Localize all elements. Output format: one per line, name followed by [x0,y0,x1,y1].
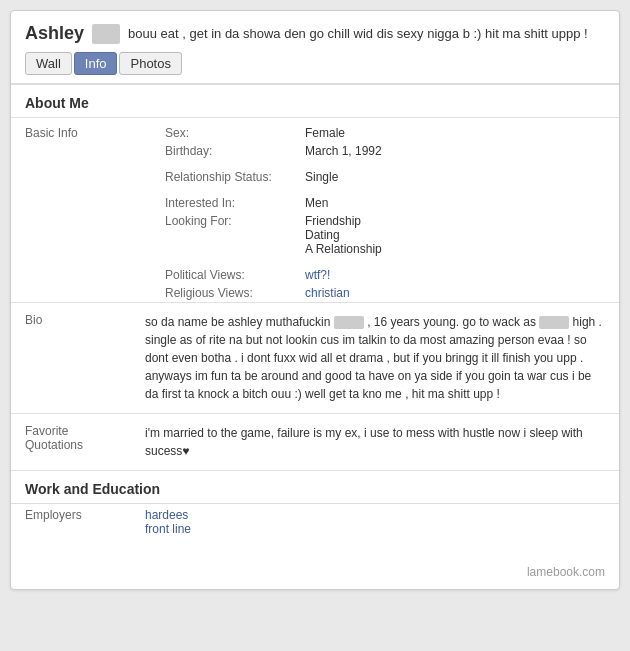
interested-label: Interested In: [151,186,291,212]
profile-header: Ashley bouu eat , get in da showa den go… [11,11,619,84]
bio-blurred-1 [334,316,364,329]
quotes-text: i'm married to the game, failure is my e… [145,424,605,460]
employers-value: hardees front line [145,508,191,536]
religious-views-link[interactable]: christian [305,286,350,300]
profile-name-row: Ashley bouu eat , get in da showa den go… [25,23,605,44]
bio-row: Bio so da name be ashley muthafuckin , 1… [11,302,619,414]
religious-label: Religious Views: [151,284,291,302]
sex-label: Sex: [151,118,291,142]
employers-label: Employers [25,508,145,536]
employer-position-link[interactable]: front line [145,522,191,536]
political-views-link[interactable]: wtf?! [305,268,330,282]
employers-row: Employers hardees front line [11,504,619,546]
tab-photos[interactable]: Photos [119,52,181,75]
profile-name: Ashley [25,23,84,44]
bio-blurred-2 [539,316,569,329]
looking-for-relationship: A Relationship [305,242,613,256]
quotes-label: Favorite Quotations [25,424,145,460]
political-value: wtf?! [291,258,619,284]
birthday-value: March 1, 1992 [291,142,619,160]
profile-status: bouu eat , get in da showa den go chill … [128,26,605,41]
tab-info[interactable]: Info [74,52,118,75]
avatar [92,24,120,44]
basic-info-label: Basic Info [11,118,151,302]
profile-tabs: Wall Info Photos [25,52,605,75]
bio-text: so da name be ashley muthafuckin , 16 ye… [145,313,605,403]
about-me-title: About Me [11,85,619,117]
looking-for-friendship: Friendship [305,214,613,228]
basic-info-table: Basic Info Sex: Female Birthday: March 1… [11,118,619,302]
table-row: Basic Info Sex: Female [11,118,619,142]
quotes-row: Favorite Quotations i'm married to the g… [11,414,619,471]
work-education-title: Work and Education [11,471,619,503]
looking-for-label: Looking For: [151,212,291,258]
bio-label: Bio [25,313,145,403]
bio-text-part1: so da name be ashley muthafuckin [145,315,330,329]
brand-name: lamebook [527,565,579,579]
sex-value: Female [291,118,619,142]
footer-brand: lamebook.com [11,556,619,589]
political-label: Political Views: [151,258,291,284]
tab-wall[interactable]: Wall [25,52,72,75]
looking-for-values: Friendship Dating A Relationship [291,212,619,258]
brand-suffix: .com [579,565,605,579]
bio-text-part2: , 16 years young. go to wack as [367,315,536,329]
relationship-label: Relationship Status: [151,160,291,186]
interested-value: Men [291,186,619,212]
relationship-value: Single [291,160,619,186]
work-education-section: Work and Education Employers hardees fro… [11,471,619,556]
looking-for-dating: Dating [305,228,613,242]
employer-name-link[interactable]: hardees [145,508,191,522]
religious-value: christian [291,284,619,302]
birthday-label: Birthday: [151,142,291,160]
profile-card: Ashley bouu eat , get in da showa den go… [10,10,620,590]
about-me-section: About Me Basic Info Sex: Female Birthday… [11,85,619,471]
